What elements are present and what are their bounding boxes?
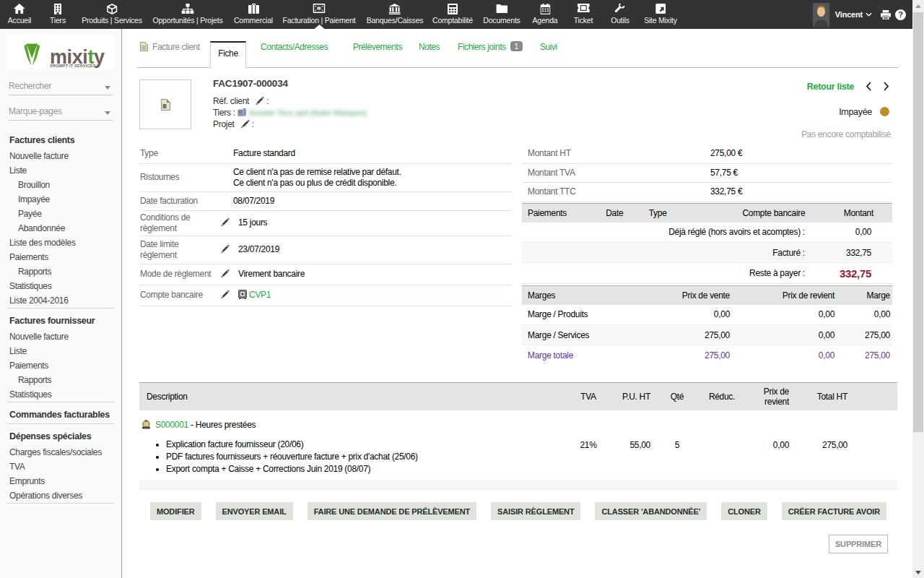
svg-text:0: 0 <box>318 5 321 12</box>
svg-text:PROMPT IT SERVICES: PROMPT IT SERVICES <box>51 64 96 68</box>
svg-text:?: ? <box>898 10 903 19</box>
